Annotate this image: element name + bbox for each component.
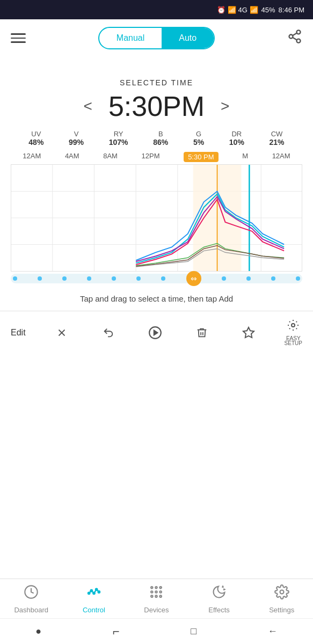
close-button[interactable]: [51, 322, 72, 343]
scroll-handle[interactable]: ⇔: [186, 271, 201, 286]
mode-toggle[interactable]: Manual Auto: [98, 27, 215, 49]
control-label: Control: [83, 606, 105, 614]
share-button[interactable]: [287, 29, 302, 48]
channel-values: UV 48% V 99% RY 107% B 86% G 5% DR 10% C…: [0, 127, 313, 150]
scroll-dot: [87, 276, 91, 281]
channel-b: B 86%: [153, 130, 168, 147]
battery: 45%: [261, 6, 275, 14]
svg-point-1: [289, 34, 293, 38]
devices-label: Devices: [144, 606, 169, 614]
channel-dr: DR 10%: [229, 130, 244, 147]
settings-label: Settings: [269, 606, 294, 614]
scroll-dot: [112, 276, 116, 281]
easy-setup-button[interactable]: EASY SETUP: [285, 319, 302, 346]
selected-time-label: SELECTED TIME: [0, 78, 313, 87]
scroll-dot: [161, 276, 165, 281]
edit-label: Edit: [11, 328, 26, 338]
svg-point-37: [160, 595, 162, 597]
nav-settings[interactable]: Settings: [260, 584, 303, 614]
svg-line-3: [293, 37, 297, 40]
svg-point-33: [156, 591, 158, 593]
channel-v: V 99%: [69, 130, 84, 147]
channel-cw: CW 21%: [270, 130, 285, 147]
effects-icon: [212, 584, 227, 603]
header: Manual Auto: [0, 19, 313, 57]
channel-ry: RY 107%: [109, 130, 128, 147]
nav-dashboard[interactable]: Dashboard: [10, 584, 53, 614]
svg-point-27: [96, 589, 98, 591]
timeline-labels: 12AM 4AM 8AM 12PM 5:30 PM M 12AM: [0, 150, 313, 164]
instruction-text: Tap and drag to select a time, then tap …: [0, 286, 313, 311]
effects-label: Effects: [208, 606, 230, 614]
scroll-dot: [246, 276, 251, 281]
svg-point-34: [160, 591, 162, 593]
android-recent-button[interactable]: ⌐: [113, 625, 120, 639]
time: 8:46 PM: [279, 6, 304, 14]
android-home-dot[interactable]: ●: [35, 626, 41, 637]
time-navigation: < 5:30PM >: [0, 90, 313, 122]
scroll-dot: [222, 276, 226, 281]
dashboard-icon: [24, 584, 39, 603]
svg-marker-21: [243, 327, 254, 338]
svg-point-31: [160, 587, 162, 589]
menu-button[interactable]: [11, 33, 26, 43]
chart-area[interactable]: [11, 164, 302, 272]
dashboard-label: Dashboard: [14, 606, 48, 614]
svg-point-28: [98, 591, 100, 593]
svg-point-36: [156, 595, 158, 597]
nav-control[interactable]: Control: [72, 584, 115, 614]
undo-button[interactable]: [98, 322, 119, 343]
android-home-button[interactable]: □: [191, 626, 196, 637]
svg-point-26: [93, 592, 95, 595]
svg-point-25: [90, 590, 92, 592]
prev-time-button[interactable]: <: [84, 98, 92, 115]
control-icon: [86, 584, 101, 603]
svg-point-32: [151, 591, 154, 593]
delete-button[interactable]: [191, 322, 213, 343]
scroll-dot: [38, 276, 42, 281]
svg-point-29: [151, 587, 154, 589]
svg-point-30: [156, 587, 158, 589]
channel-g: G 5%: [193, 130, 204, 147]
edit-toolbar: Edit: [0, 311, 313, 354]
svg-point-35: [151, 595, 154, 597]
scroll-dot: [13, 276, 17, 281]
scroll-dot: [62, 276, 67, 281]
status-icons: ⏰ 📶 4G 📶: [217, 6, 258, 14]
scroll-dot: [136, 276, 141, 281]
channel-uv: UV 48%: [28, 130, 43, 147]
scroll-dot: [271, 276, 275, 281]
svg-line-4: [293, 33, 297, 35]
auto-toggle[interactable]: Auto: [162, 28, 214, 48]
devices-icon: [149, 584, 164, 603]
svg-point-22: [292, 324, 295, 327]
status-bar: ⏰ 📶 4G 📶 45% 8:46 PM: [0, 0, 313, 19]
svg-point-0: [297, 30, 301, 34]
scroll-track: ⇔: [11, 271, 302, 286]
time-display: 5:30PM: [108, 90, 205, 122]
next-time-button[interactable]: >: [221, 98, 229, 115]
nav-devices[interactable]: Devices: [135, 584, 178, 614]
timeline-scrollbar[interactable]: ⇔: [11, 274, 302, 283]
favorite-button[interactable]: [238, 322, 259, 343]
main-content: SELECTED TIME < 5:30PM > UV 48% V 99% RY…: [0, 57, 313, 354]
bottom-navigation: Dashboard Control: [0, 579, 313, 618]
settings-icon: [274, 584, 289, 603]
svg-marker-20: [154, 330, 157, 335]
android-navigation-bar: ● ⌐ □ ←: [0, 618, 313, 644]
android-back-button[interactable]: ←: [268, 626, 278, 637]
svg-point-38: [280, 590, 283, 594]
svg-point-24: [88, 592, 90, 595]
play-button[interactable]: [144, 322, 166, 343]
scroll-dot: [296, 276, 300, 281]
manual-toggle[interactable]: Manual: [99, 28, 162, 48]
svg-point-2: [297, 39, 301, 42]
easy-setup-icon: [287, 319, 300, 334]
nav-effects[interactable]: Effects: [198, 584, 241, 614]
